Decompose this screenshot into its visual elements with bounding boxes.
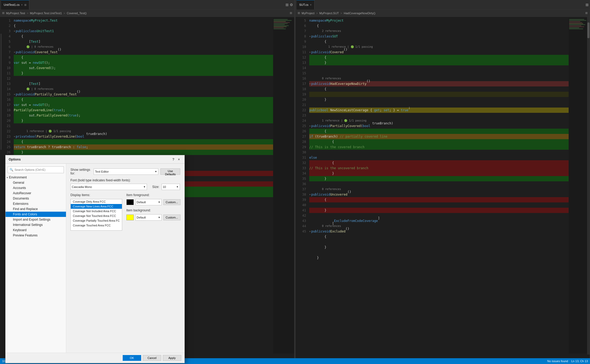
left-pane-gear[interactable]: ⚙ <box>290 3 293 7</box>
right-pane-expand[interactable]: ⊞ <box>586 3 589 7</box>
bg-dropdown[interactable]: Default ▼ <box>135 214 162 221</box>
code-line: PartiallyCoveredLine(true); <box>14 108 273 113</box>
collapse-icon[interactable]: ▾ <box>309 50 311 55</box>
left-pane-expand[interactable]: ⊞ <box>286 3 289 7</box>
list-item-0[interactable]: Coverage Dirty Area FCC <box>71 199 122 204</box>
code-line <box>309 113 569 118</box>
font-section: Font (bold type indicates fixed-width fo… <box>70 178 180 190</box>
left-breadcrumb-project[interactable]: MyProject.Test <box>6 12 25 15</box>
bg-value: Default <box>137 216 146 219</box>
apply-button[interactable]: Apply <box>163 355 181 361</box>
tree-item-environment[interactable]: ▾ Environment <box>6 175 66 180</box>
sidebar-item-general[interactable]: General <box>6 180 66 185</box>
list-item-3[interactable]: Coverage Not Touched Area FCC <box>71 213 122 218</box>
code-line: { <box>309 129 569 134</box>
size-dropdown[interactable]: 10 ▼ <box>161 184 180 190</box>
code-line <box>309 181 569 187</box>
sidebar-item-find-replace[interactable]: Find and Replace <box>6 206 66 212</box>
cancel-button[interactable]: Cancel <box>143 355 161 361</box>
sidebar-label-international: International Settings <box>13 223 43 227</box>
display-items-listbox[interactable]: Coverage Dirty Area FCC Coverage New Lin… <box>70 199 122 231</box>
code-line <box>309 250 569 255</box>
right-tab-sut[interactable]: SUT.cs × <box>297 0 315 9</box>
code-line: ▾ public class SUT <box>309 34 569 39</box>
item-bg-section: Item background: Default ▼ Custom... <box>126 208 180 221</box>
right-breadcrumb-method[interactable]: HadCoverageNowDirty() <box>344 12 375 15</box>
code-line: { <box>309 86 569 92</box>
search-box[interactable]: 🔍 <box>8 166 64 173</box>
collapse-icon[interactable]: ▾ <box>309 192 311 197</box>
code-line: { <box>309 160 569 166</box>
chevron-down-icon: ▼ <box>158 201 160 203</box>
collapse-icon[interactable]: ▾ <box>14 28 15 34</box>
left-breadcrumb-class[interactable]: MyProject.Test.UnitTest1 <box>30 12 62 15</box>
right-breadcrumb-class[interactable]: MyProject.SUT <box>319 12 339 15</box>
right-code-lines: namespace MyProject { 2 references ▾ pub… <box>308 18 569 353</box>
left-tab-close[interactable]: × <box>21 3 23 6</box>
collapse-icon[interactable]: ▾ <box>309 81 311 86</box>
size-value: 10 <box>163 185 166 188</box>
dialog-footer: OK Cancel Apply <box>6 353 184 363</box>
collapse-icon[interactable]: ▾ <box>309 34 311 39</box>
code-line: } <box>309 60 569 65</box>
scrollbar-thumb[interactable] <box>587 22 589 38</box>
right-breadcrumb-project[interactable]: MyProject <box>302 12 315 15</box>
sidebar-item-international[interactable]: International Settings <box>6 222 66 227</box>
right-scrollbar[interactable] <box>587 18 590 353</box>
code-line: public bool NewSinceLastCoverage { get; … <box>309 108 569 113</box>
fg-custom-btn[interactable]: Custom... <box>163 199 180 205</box>
bg-custom-btn[interactable]: Custom... <box>163 215 180 220</box>
sidebar-item-preview[interactable]: Preview Features <box>6 233 66 238</box>
dialog-close-btn[interactable]: × <box>177 157 181 162</box>
code-line: { <box>14 139 273 144</box>
display-items-label: Display items: <box>70 193 122 197</box>
sidebar-item-extensions[interactable]: Extensions <box>6 201 66 206</box>
left-tab-split[interactable]: ⊞ <box>24 3 26 6</box>
dialog-help-btn[interactable]: ? <box>172 157 174 161</box>
collapse-icon[interactable]: ▾ <box>14 50 15 55</box>
ok-button[interactable]: OK <box>123 355 141 361</box>
two-col-section: Display items: Coverage Dirty Area FCC C… <box>70 193 180 231</box>
font-dropdown[interactable]: Cascadia Mono ▼ <box>70 184 147 190</box>
ref-hint-line: 🟢 | 0 references <box>14 44 273 50</box>
dialog-title: Options <box>9 158 21 161</box>
dialog-main-content: Show settings for: Text Editor ▼ Use Def… <box>66 164 184 353</box>
sidebar-item-documents[interactable]: Documents <box>6 196 66 201</box>
collapse-icon[interactable]: ▾ <box>309 229 311 234</box>
right-tab-close[interactable]: × <box>310 3 312 6</box>
left-tab-unitTest[interactable]: UnitTest1.cs × ⊞ <box>1 0 29 9</box>
code-line <box>309 71 569 76</box>
code-line: [Test] <box>14 39 273 44</box>
list-item-2[interactable]: Coverage Not Included Area FCC <box>71 209 122 213</box>
sidebar-item-autorecover[interactable]: AutoRecover <box>6 191 66 196</box>
settings-for-dropdown[interactable]: Text Editor ▼ <box>94 168 158 175</box>
right-breadcrumb-expand[interactable]: ⊞ <box>585 11 588 15</box>
left-breadcrumb-expand[interactable]: ⊞ <box>290 11 292 15</box>
sidebar-item-fonts-colors[interactable]: Fonts and Colors <box>6 212 66 217</box>
sidebar-item-accounts[interactable]: Accounts <box>6 185 66 191</box>
left-breadcrumb-method[interactable]: Covered_Test() <box>67 12 87 15</box>
fg-dropdown[interactable]: Default ▼ <box>135 199 162 205</box>
search-input[interactable] <box>15 168 62 171</box>
chevron-down-icon: ▼ <box>176 186 179 188</box>
ref-hint-line: 1 reference | 🟢 1/1 passing <box>309 118 569 123</box>
sidebar-item-import-export[interactable]: Import and Export Settings <box>6 217 66 222</box>
display-items-col: Display items: Coverage Dirty Area FCC C… <box>70 193 122 231</box>
sidebar-label-keyboard: Keyboard <box>13 228 26 232</box>
left-tab-bar: UnitTest1.cs × ⊞ ⊞ ⚙ <box>0 0 294 9</box>
chevron-down-icon: ▼ <box>143 186 146 188</box>
list-item-1[interactable]: Coverage New Lines Area FCC <box>71 204 122 209</box>
sidebar-item-keyboard[interactable]: Keyboard <box>6 227 66 233</box>
collapse-icon[interactable]: ▾ <box>14 134 15 139</box>
options-dialog: Options ? × 🔍 ▾ Environment General Acco… <box>5 155 185 363</box>
code-line <box>309 102 569 108</box>
code-line: } <box>14 71 273 76</box>
list-item-5[interactable]: Coverage Touched Area FCC <box>71 223 122 228</box>
collapse-icon[interactable]: ▾ <box>309 123 311 129</box>
list-item-4[interactable]: Coverage Partially Touched Area FC <box>71 218 122 223</box>
code-line <box>309 65 569 71</box>
size-label: Size: <box>152 185 159 189</box>
code-line: if (trueBranch) // partially covered lin… <box>309 134 569 139</box>
use-defaults-button[interactable]: Use Defaults <box>160 168 180 175</box>
collapse-icon[interactable]: ▾ <box>14 92 15 97</box>
